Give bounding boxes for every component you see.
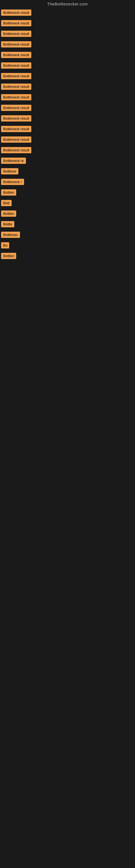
- list-item: Bottleneck result: [1, 72, 134, 81]
- list-item: Bottleneck result: [1, 9, 134, 18]
- bottleneck-badge[interactable]: Bottleneck result: [1, 73, 31, 79]
- list-item: Bottleneck result: [1, 62, 134, 70]
- bottleneck-badge[interactable]: Bottleneck result: [1, 94, 31, 100]
- site-title-container: TheBottlenecker.com: [0, 0, 135, 9]
- bottleneck-badge[interactable]: Bottleneck result: [1, 136, 31, 143]
- bottleneck-badge[interactable]: Bottleneck result: [1, 41, 31, 48]
- items-container: Bottleneck resultBottleneck resultBottle…: [0, 9, 135, 261]
- bottleneck-badge[interactable]: Bott: [1, 200, 12, 206]
- list-item: Bottleneck result: [1, 83, 134, 91]
- bottleneck-badge[interactable]: Bottleneck result: [1, 20, 31, 26]
- list-item: Bottleneck result: [1, 51, 134, 60]
- list-item: Bottleneck re: [1, 157, 134, 165]
- bottleneck-badge[interactable]: Bottle: [1, 221, 14, 227]
- list-item: Bottlen: [1, 189, 134, 197]
- bottleneck-badge[interactable]: Bottleneck re: [1, 158, 26, 164]
- bottleneck-badge[interactable]: Bottlenec: [1, 231, 20, 238]
- list-item: Bottleneck result: [1, 94, 134, 102]
- bottleneck-badge[interactable]: Bottleneck result: [1, 115, 31, 122]
- bottleneck-badge[interactable]: Bottleneck result: [1, 147, 31, 153]
- list-item: Bottlen: [1, 252, 134, 261]
- list-item: Bo: [1, 242, 134, 250]
- list-item: Bott: [1, 199, 134, 208]
- bottleneck-badge[interactable]: Bottleneck result: [1, 52, 31, 58]
- list-item: Bottlenec: [1, 231, 134, 240]
- bottleneck-badge[interactable]: Bottlene: [1, 168, 18, 175]
- bottleneck-badge[interactable]: Bottlen: [1, 189, 16, 195]
- list-item: Bottleneck result: [1, 136, 134, 144]
- list-item: Bottleneck result: [1, 115, 134, 123]
- bottleneck-badge[interactable]: Bottleneck result: [1, 126, 31, 132]
- list-item: Bottleneck result: [1, 41, 134, 49]
- bottleneck-badge[interactable]: Bottleneck result: [1, 62, 31, 69]
- list-item: Bottleneck result: [1, 147, 134, 155]
- bottleneck-badge[interactable]: Bottleneck result: [1, 31, 31, 37]
- list-item: Bottle: [1, 220, 134, 229]
- list-item: Bottleneck r: [1, 178, 134, 187]
- bottleneck-badge[interactable]: Bottleneck r: [1, 179, 24, 185]
- list-item: Bottlen: [1, 210, 134, 218]
- list-item: Bottleneck result: [1, 20, 134, 28]
- list-item: Bottleneck result: [1, 104, 134, 113]
- list-item: Bottleneck result: [1, 125, 134, 134]
- list-item: Bottleneck result: [1, 30, 134, 38]
- list-item: Bottlene: [1, 167, 134, 176]
- bottleneck-badge[interactable]: Bottleneck result: [1, 9, 31, 16]
- site-title: TheBottlenecker.com: [0, 0, 135, 9]
- bottleneck-badge[interactable]: Bottleneck result: [1, 84, 31, 90]
- bottleneck-badge[interactable]: Bottleneck result: [1, 105, 31, 111]
- bottleneck-badge[interactable]: Bottlen: [1, 211, 16, 217]
- bottleneck-badge[interactable]: Bottlen: [1, 253, 16, 259]
- bottleneck-badge[interactable]: Bo: [1, 242, 9, 248]
